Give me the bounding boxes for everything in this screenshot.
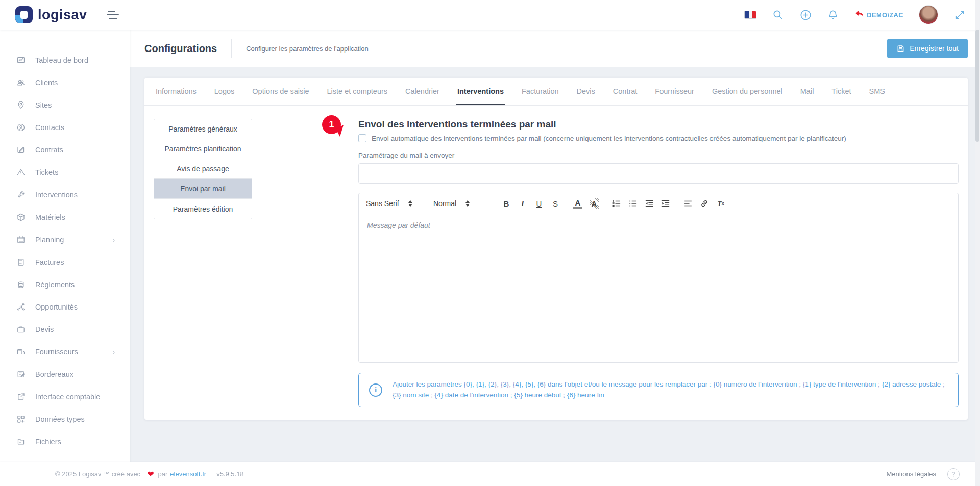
editor-placeholder: Message par défaut [367, 221, 950, 229]
by-text: par [158, 470, 168, 478]
tab-mail[interactable]: Mail [799, 78, 815, 105]
font-family-picker[interactable]: Sans Serif [366, 199, 426, 208]
data-types-icon [16, 415, 26, 424]
info-text: Ajouter les paramètres {0}, {1}, {2}, {3… [393, 379, 948, 401]
bullet-list-icon[interactable] [628, 198, 638, 209]
invoice-icon [16, 258, 26, 267]
tab-facturation[interactable]: Facturation [521, 78, 560, 105]
logisav-logo-icon [15, 6, 33, 23]
submenu-avis-de-passage[interactable]: Avis de passage [154, 159, 252, 179]
contract-icon [16, 145, 26, 155]
user-label: DEMO\ZAC [867, 11, 903, 19]
submenu-envoi-par-mail[interactable]: Envoi par mail [154, 179, 252, 199]
sidebar-item-donnees-types[interactable]: Données types [0, 408, 130, 430]
tab-interventions[interactable]: Interventions [456, 78, 505, 105]
align-icon[interactable] [683, 198, 693, 209]
sidebar-item-devis[interactable]: Devis [0, 318, 130, 341]
interventions-submenu: Paramètres généraux Paramètres planifica… [154, 119, 252, 219]
divider [231, 39, 232, 58]
sidebar-item-tickets[interactable]: Tickets [0, 161, 130, 184]
outdent-icon[interactable] [645, 198, 654, 209]
switch-user-button[interactable]: DEMO\ZAC [854, 10, 903, 19]
text-color-icon[interactable]: A [573, 198, 582, 209]
file-icon [16, 437, 26, 446]
sidebar-item-sites[interactable]: Sites [0, 94, 130, 116]
dashboard-icon [16, 56, 26, 65]
expand-icon[interactable] [953, 9, 966, 21]
switch-back-icon [854, 10, 865, 19]
sidebar-item-reglements[interactable]: Règlements [0, 273, 130, 296]
bold-icon[interactable]: B [502, 198, 511, 209]
tab-contrat[interactable]: Contrat [612, 78, 639, 105]
sidebar-item-contacts[interactable]: Contacts [0, 116, 130, 139]
sidebar-item-fournisseurs[interactable]: Fournisseurs › [0, 341, 130, 363]
notifications-bell-icon[interactable] [827, 9, 839, 21]
coins-icon [16, 280, 26, 289]
page-scrollbar [975, 0, 980, 486]
logo-text: logisav [38, 7, 87, 23]
app-version: v5.9.5.18 [216, 470, 244, 478]
tutorial-step-badge[interactable]: 1 [322, 115, 341, 134]
indent-icon[interactable] [661, 198, 670, 209]
strikethrough-icon[interactable]: S [551, 198, 560, 209]
clients-icon [16, 78, 26, 87]
italic-icon[interactable]: I [518, 198, 527, 209]
quick-add-icon[interactable] [799, 9, 812, 21]
page-header: Configurations Configurer les paramètres… [130, 30, 980, 67]
submenu-parametres-edition[interactable]: Paramètres édition [154, 199, 252, 219]
tab-gestion-du-personnel[interactable]: Gestion du personnel [711, 78, 783, 105]
clean-format-icon[interactable]: Tx [716, 198, 725, 209]
sidebar-item-contrats[interactable]: Contrats [0, 139, 130, 161]
ordered-list-icon[interactable] [612, 198, 621, 209]
background-color-icon[interactable]: A [590, 198, 599, 209]
supplier-icon [16, 347, 26, 356]
sidebar-item-opportunites[interactable]: Opportunités [0, 296, 130, 318]
tab-devis[interactable]: Devis [576, 78, 596, 105]
tab-liste-et-compteurs[interactable]: Liste et compteurs [326, 78, 388, 105]
save-all-button[interactable]: Enregistrer tout [887, 39, 968, 58]
submenu-parametres-planification[interactable]: Paramètres planification [154, 139, 252, 159]
sidebar-item-materiels[interactable]: Matériels [0, 206, 130, 228]
heart-icon: ❤ [147, 469, 154, 479]
page-subtitle: Configurer les paramètres de l'applicati… [246, 45, 369, 53]
sidebar-item-bordereaux[interactable]: Bordereaux [0, 363, 130, 386]
top-header: logisav DEMO\ZAC [0, 0, 980, 30]
sidebar-item-clients[interactable]: Clients [0, 71, 130, 94]
underline-icon[interactable]: U [534, 198, 544, 209]
sidebar-item-interventions[interactable]: Interventions [0, 184, 130, 206]
chevron-right-icon: › [113, 348, 115, 356]
subject-field-label: Paramétrage du mail à envoyer [358, 151, 959, 159]
parameters-info-box: i Ajouter les paramètres {0}, {1}, {2}, … [358, 373, 959, 407]
sidebar-item-fichiers[interactable]: Fichiers [0, 430, 130, 453]
sidebar-item-planning[interactable]: Planning › [0, 228, 130, 251]
language-flag-icon[interactable] [744, 9, 756, 21]
sidebar-item-tableau-de-bord[interactable]: Tableau de bord [0, 49, 130, 71]
link-icon[interactable] [700, 198, 709, 209]
editor-body[interactable]: Message par défaut [359, 214, 958, 362]
search-icon[interactable] [772, 9, 784, 21]
tab-calendrier[interactable]: Calendrier [404, 78, 440, 105]
auto-send-checkbox[interactable] [358, 134, 366, 142]
config-tabs: Informations Logos Options de saisie Lis… [144, 78, 968, 106]
elevensoft-link[interactable]: elevensoft.fr [170, 470, 206, 478]
scrollbar-thumb[interactable] [975, 30, 979, 142]
tab-logos[interactable]: Logos [213, 78, 236, 105]
slip-icon [16, 370, 26, 379]
info-icon: i [369, 383, 382, 397]
sidebar-toggle-icon[interactable] [107, 11, 119, 19]
avatar[interactable] [919, 5, 938, 24]
sidebar-item-factures[interactable]: Factures [0, 251, 130, 273]
tab-fournisseur[interactable]: Fournisseur [654, 78, 695, 105]
mentions-legales-link[interactable]: Mentions légales [886, 470, 936, 478]
tab-informations[interactable]: Informations [155, 78, 198, 105]
sidebar-item-interface-comptable[interactable]: Interface comptable [0, 386, 130, 408]
tab-ticket[interactable]: Ticket [830, 78, 852, 105]
footer: © 2025 Logisav ™ créé avec ❤ par elevens… [0, 462, 980, 486]
mail-subject-input[interactable] [358, 163, 959, 184]
tab-sms[interactable]: SMS [868, 78, 886, 105]
heading-size-picker[interactable]: Normal [433, 199, 488, 208]
submenu-parametres-generaux[interactable]: Paramètres généraux [154, 119, 252, 139]
logisav-logo[interactable]: logisav [15, 6, 87, 23]
help-icon[interactable]: ? [947, 468, 960, 480]
tab-options-de-saisie[interactable]: Options de saisie [251, 78, 310, 105]
